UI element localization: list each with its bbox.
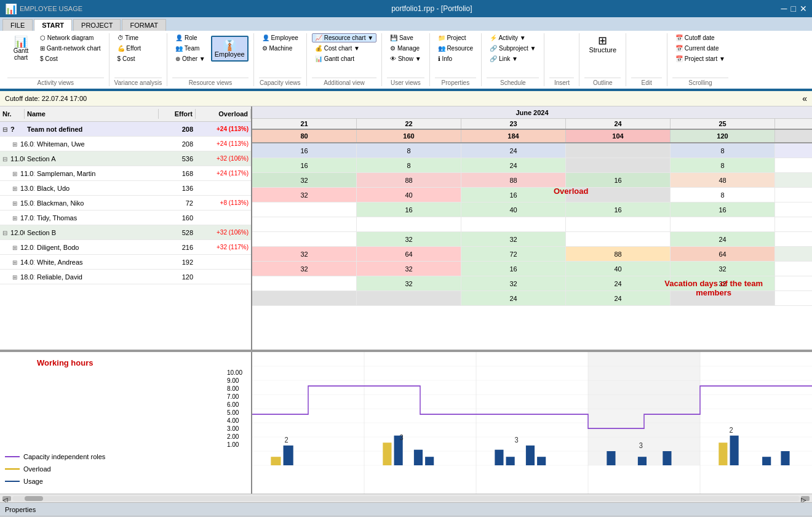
table-row[interactable]: ⊞ 14.01 White, Andreas 192: [0, 255, 251, 270]
grid-row-tidy: 32 32 24: [252, 232, 812, 247]
svg-rect-24: [537, 457, 546, 465]
horizontal-scrollbar[interactable]: ◁ ▷: [0, 494, 812, 502]
total-col-23: 184: [461, 130, 566, 142]
additional-view-group: 📈 Resource chart ▼ 💰 Cost chart ▼ 📊 Gant…: [307, 33, 382, 86]
grid-row-black: 16 40 16 16: [252, 202, 812, 217]
svg-text:3: 3: [515, 436, 519, 445]
cost-chart-btn[interactable]: 💰 Cost chart ▼: [312, 44, 376, 53]
time-variance-btn[interactable]: ⏱ Time: [114, 33, 162, 42]
project-props-btn[interactable]: 📁 Project: [435, 33, 477, 42]
table-row[interactable]: ⊞ 16.01 Whiteman, Uwe 208 +24 (113%): [0, 137, 251, 151]
working-hours-annotation: Working hours: [37, 358, 93, 367]
usage-line-icon: [5, 481, 20, 482]
team-btn[interactable]: 👥 Team: [172, 44, 208, 53]
link-btn[interactable]: 🔗 Link ▼: [487, 54, 539, 63]
grid-row-section-a: 32 88 88 16 48: [252, 173, 812, 188]
chart-right-panel: 2 3 3 3: [252, 352, 812, 494]
table-row[interactable]: ⊞ 15.01 Blackman, Niko 72 +8 (113%): [0, 196, 251, 210]
activity-schedule-btn[interactable]: ⚡ Activity ▼: [487, 33, 539, 42]
svg-rect-22: [506, 457, 515, 465]
project-start-scroll-btn[interactable]: 📅 Project start ▼: [672, 54, 728, 63]
nav-back-btn[interactable]: «: [802, 94, 807, 103]
svg-text:3: 3: [400, 433, 404, 442]
table-row[interactable]: ⊟ 12.001 Section B 528 +32 (106%): [0, 225, 251, 240]
resource-chart-svg: 2 3 3 3: [252, 352, 812, 494]
cutoff-date-label: Cutoff date: 22.07.24 17:00: [5, 95, 87, 102]
grid-row-reliable: 24 24: [252, 291, 812, 306]
tab-project[interactable]: PROJECT: [73, 19, 121, 31]
manage-view-btn[interactable]: ⚙ Manage: [387, 44, 424, 53]
cost-variance-btn[interactable]: $ Cost: [114, 54, 162, 63]
legend-usage: Usage: [5, 478, 105, 485]
svg-rect-27: [638, 457, 647, 465]
maximize-btn[interactable]: □: [791, 4, 796, 14]
insert-label: Insert: [549, 78, 574, 86]
activity-views-group: 📊 Ganttchart ⬡ Network diagram ⊞ Gantt-n…: [2, 33, 109, 86]
window-title: portfolio1.rpp - [Portfolio]: [391, 4, 472, 13]
scrollbar-thumb[interactable]: [25, 496, 43, 501]
employee-resource-btn[interactable]: 👔 Employee: [211, 36, 249, 62]
table-row[interactable]: ⊞ 18.01 Reliable, David 120: [0, 270, 251, 284]
svg-rect-12: [588, 352, 700, 465]
variance-group: ⏱ Time 💪 Effort $ Cost Variance analysis: [109, 33, 168, 86]
gantt-network-btn[interactable]: ⊞ Gantt-network chart: [37, 44, 104, 53]
total-col-25: 120: [671, 130, 775, 142]
grid-row-sampleman: 32 40 16 8: [252, 188, 812, 202]
additional-view-label: Additional view: [312, 78, 376, 86]
table-row[interactable]: ⊟ ? Team not defined 208 +24 (113%): [0, 122, 251, 137]
machine-btn[interactable]: ⚙ Machine: [259, 44, 301, 53]
gantt-chart-additional-btn[interactable]: 📊 Gantt chart: [312, 54, 376, 63]
grid-row-blackman: [252, 217, 812, 232]
properties-group-label: Properties: [435, 78, 477, 86]
left-panel: Nr. Name Effort Overload ⊟ ? Team not de…: [0, 106, 252, 350]
col-header-name: Name: [25, 109, 159, 119]
date-col-23: 23: [461, 119, 566, 129]
save-view-btn[interactable]: 💾 Save: [387, 33, 424, 42]
employee-capacity-btn[interactable]: 👤 Employee: [259, 33, 301, 42]
month-header: June 2024: [252, 106, 812, 119]
y-label-1: 1.00: [227, 441, 242, 448]
info-btn[interactable]: ℹ Info: [435, 54, 477, 63]
structure-btn[interactable]: ⊞ Structure: [584, 33, 621, 55]
role-btn[interactable]: 👤 Role: [172, 33, 208, 42]
grid-row-team-notdefined: 16 8 24 8: [252, 143, 812, 158]
other-btn[interactable]: ⊕ Other ▼: [172, 54, 208, 63]
scroll-left-btn[interactable]: ◁: [2, 496, 11, 501]
resource-chart-btn[interactable]: 📈 Resource chart ▼: [312, 33, 376, 42]
cost-btn[interactable]: $ Cost: [37, 54, 104, 63]
resource-props-btn[interactable]: 👥 Resource: [435, 44, 477, 53]
tab-start[interactable]: START: [34, 19, 72, 31]
table-row[interactable]: ⊞ 17.01 Tidy, Thomas 160: [0, 210, 251, 225]
grid-row-whiteman: 16 8 24 8: [252, 158, 812, 173]
svg-rect-32: [762, 457, 771, 465]
ribbon: 📊 Ganttchart ⬡ Network diagram ⊞ Gantt-n…: [0, 31, 812, 91]
network-diagram-btn[interactable]: ⬡ Network diagram: [37, 33, 104, 42]
close-btn[interactable]: ✕: [800, 4, 807, 14]
minimize-btn[interactable]: ─: [781, 4, 787, 14]
table-row[interactable]: ⊞ 13.01 Black, Udo 136: [0, 181, 251, 196]
total-col-21: 80: [252, 130, 357, 142]
gantt-chart-btn[interactable]: 📊 Ganttchart: [7, 34, 34, 63]
outline-group: ⊞ Structure Outline: [579, 33, 626, 86]
tab-format[interactable]: FORMAT: [122, 19, 166, 31]
y-label-3: 3.00: [227, 425, 242, 432]
date-col-21: 21: [252, 119, 357, 129]
svg-text:2: 2: [285, 436, 289, 445]
table-row[interactable]: ⊟ 11.001 Section A 536 +32 (106%): [0, 151, 251, 166]
svg-rect-14: [284, 446, 293, 465]
legend-overload: Overload: [5, 465, 105, 473]
table-row[interactable]: ⊞ 12.01 Diligent, Bodo 216 +32 (117%): [0, 240, 251, 255]
svg-rect-26: [607, 451, 615, 465]
show-view-btn[interactable]: 👁 Show ▼: [387, 54, 424, 63]
table-row[interactable]: ⊞ 11.01 Sampleman, Martin 168 +24 (117%): [0, 166, 251, 181]
effort-variance-btn[interactable]: 💪 Effort: [114, 44, 162, 53]
current-date-scroll-btn[interactable]: 📅 Current date: [672, 44, 728, 53]
properties-tab[interactable]: Properties: [5, 506, 36, 513]
scroll-right-btn[interactable]: ▷: [801, 496, 810, 501]
chart-left-panel: Working hours 10.00 9.00 8.00 7.00 6.00 …: [0, 352, 252, 494]
cutoff-date-scroll-btn[interactable]: 📅 Cutoff date: [672, 33, 728, 42]
resource-views-group: 👤 Role 👥 Team ⊕ Other ▼ 👔 Employee Resou…: [167, 33, 253, 86]
title-bar: 📊 EMPLOYEE USAGE portfolio1.rpp - [Portf…: [0, 0, 812, 17]
subproject-btn[interactable]: 🔗 Subproject ▼: [487, 44, 539, 53]
tab-file[interactable]: FILE: [2, 19, 33, 31]
